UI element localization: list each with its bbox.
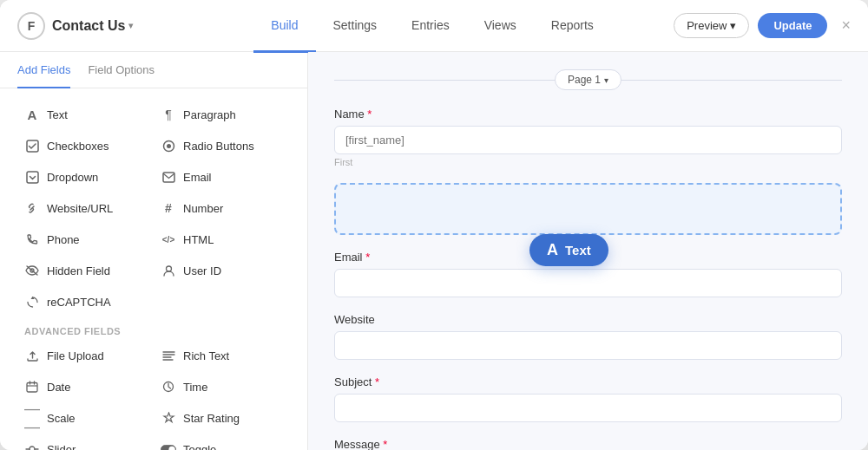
preview-button[interactable]: Preview ▾ (674, 13, 749, 38)
number-icon: # (161, 200, 176, 216)
field-label-email: Email * (334, 251, 842, 264)
field-item-text[interactable]: A Text (17, 99, 154, 130)
field-label-richtext: Rich Text (183, 349, 229, 362)
field-item-richtext[interactable]: Rich Text (154, 340, 290, 371)
field-label-starrating: Star Rating (183, 412, 240, 425)
field-item-radio[interactable]: Radio Buttons (154, 130, 290, 161)
field-label-url: Website/URL (47, 202, 113, 215)
field-label-html: HTML (183, 233, 214, 246)
nav-views[interactable]: Views (467, 1, 534, 53)
field-input-firstname[interactable] (334, 126, 842, 154)
field-item-html[interactable]: </> HTML (154, 224, 290, 255)
sidebar-tabs: Add Fields Field Options (0, 52, 307, 88)
field-item-starrating[interactable]: Star Rating (154, 402, 290, 434)
field-label-name: Name * (334, 108, 842, 121)
tab-field-options[interactable]: Field Options (88, 53, 155, 88)
field-item-url[interactable]: Website/URL (17, 192, 154, 224)
svg-point-17 (30, 447, 35, 450)
title-chevron-icon: ▾ (128, 21, 133, 30)
field-item-checkboxes[interactable]: Checkboxes (17, 130, 154, 161)
field-list: A Text ¶ Paragraph Checkboxe (0, 88, 307, 450)
field-sublabel-name: First (334, 157, 842, 167)
field-item-fileupload[interactable]: File Upload (17, 340, 154, 371)
form-canvas: Page 1 ▾ Name * First Email * (308, 52, 868, 450)
paragraph-icon: ¶ (161, 107, 176, 122)
field-item-phone[interactable]: Phone (17, 224, 154, 255)
hidden-icon (24, 263, 40, 278)
svg-rect-3 (27, 172, 38, 183)
checkbox-icon (24, 138, 40, 153)
time-icon (161, 379, 176, 395)
page-badge[interactable]: Page 1 ▾ (555, 69, 621, 90)
svg-point-2 (167, 144, 171, 148)
field-input-subject[interactable] (334, 394, 842, 422)
field-item-time[interactable]: Time (154, 371, 290, 402)
field-item-dropdown[interactable]: Dropdown (17, 161, 154, 192)
recaptcha-icon (24, 294, 40, 310)
phone-icon (24, 232, 40, 247)
toggle-icon (161, 441, 176, 450)
field-label-website: Website (334, 313, 842, 326)
app-title[interactable]: Contact Us ▾ (52, 18, 133, 34)
date-icon (24, 379, 40, 395)
field-item-recaptcha[interactable]: reCAPTCHA (17, 286, 154, 317)
field-item-paragraph[interactable]: ¶ Paragraph (154, 99, 290, 130)
field-item-userid[interactable]: User ID (154, 255, 290, 286)
field-item-email[interactable]: Email (154, 161, 290, 192)
field-label-dropdown: Dropdown (47, 171, 98, 184)
form-field-email: Email * (334, 251, 842, 297)
nav-settings[interactable]: Settings (316, 1, 395, 53)
header-actions: Preview ▾ Update × (674, 13, 851, 38)
field-label-paragraph: Paragraph (183, 108, 236, 121)
header: F Contact Us ▾ Build Settings Entries Vi… (0, 0, 868, 52)
html-icon: </> (161, 232, 176, 247)
page-badge-chevron-icon: ▾ (604, 75, 608, 85)
drop-zone[interactable] (334, 183, 842, 235)
tab-add-fields[interactable]: Add Fields (17, 53, 70, 88)
app-window: F Contact Us ▾ Build Settings Entries Vi… (0, 0, 868, 450)
field-label-subject: Subject * (334, 375, 842, 388)
field-item-date[interactable]: Date (17, 371, 154, 402)
form-field-name: Name * First (334, 108, 842, 167)
field-item-hidden[interactable]: Hidden Field (17, 255, 154, 286)
nav-entries[interactable]: Entries (394, 1, 467, 53)
field-label-checkboxes: Checkboxes (47, 140, 109, 153)
close-button[interactable]: × (841, 16, 851, 35)
starrating-icon (161, 410, 176, 426)
field-label-number: Number (183, 202, 223, 215)
field-item-scale[interactable]: — — Scale (17, 402, 154, 434)
nav-reports[interactable]: Reports (534, 1, 611, 53)
svg-rect-4 (163, 173, 174, 182)
field-item-slider[interactable]: Slider (17, 434, 154, 450)
form-field-message: Message * (334, 438, 842, 450)
form-field-website: Website (334, 313, 842, 360)
field-input-website[interactable] (334, 331, 842, 360)
svg-rect-12 (27, 383, 37, 393)
fileupload-icon (24, 348, 40, 363)
field-label-toggle: Toggle (183, 443, 216, 451)
sidebar: Add Fields Field Options A Text ¶ Paragr… (0, 52, 308, 450)
field-label-phone: Phone (47, 233, 80, 246)
text-icon: A (24, 107, 40, 122)
form-field-subject: Subject * (334, 375, 842, 422)
field-item-toggle[interactable]: Toggle (154, 434, 290, 450)
slider-icon (24, 441, 40, 450)
field-label-userid: User ID (183, 264, 221, 277)
nav-build[interactable]: Build (253, 1, 315, 53)
richtext-icon (161, 348, 176, 363)
field-label-recaptcha: reCAPTCHA (47, 296, 111, 309)
page-indicator: Page 1 ▾ (334, 69, 842, 90)
field-label-hidden: Hidden Field (47, 264, 110, 277)
field-input-email[interactable] (334, 269, 842, 297)
userid-icon (161, 263, 176, 278)
field-label-slider: Slider (47, 443, 76, 451)
scale-icon: — — (24, 410, 40, 426)
field-label-message: Message * (334, 438, 842, 450)
field-label-text: Text (47, 108, 68, 121)
update-button[interactable]: Update (758, 13, 827, 38)
svg-point-6 (166, 266, 171, 271)
dropdown-icon (24, 169, 40, 185)
field-label-scale: Scale (47, 412, 76, 425)
field-item-number[interactable]: # Number (154, 192, 290, 224)
email-icon (161, 169, 176, 185)
